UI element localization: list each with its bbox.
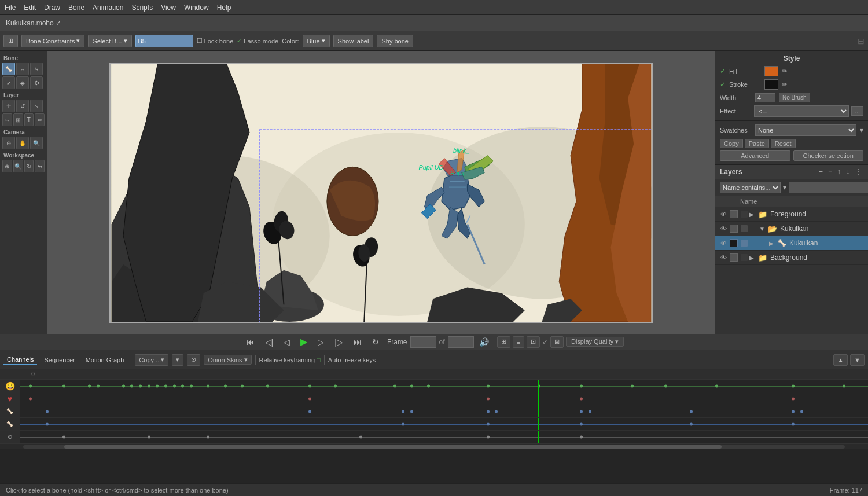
keyframe-dot[interactable] xyxy=(359,435,362,438)
layer-expand-foreground[interactable]: ▶ xyxy=(749,211,756,218)
layer-lock-kukulkan[interactable] xyxy=(730,225,738,233)
track-content-4[interactable] xyxy=(20,418,868,430)
layer-expand-kukulkan[interactable]: ▼ xyxy=(759,226,766,232)
layers-move-up-button[interactable]: ↑ xyxy=(836,167,843,177)
keyframe-dot[interactable] xyxy=(580,410,583,413)
keyframe-dot[interactable] xyxy=(792,410,795,413)
workspace-tool1[interactable]: ⊕ xyxy=(2,160,12,172)
keyframe-dot[interactable] xyxy=(800,410,803,413)
keyframe-dot[interactable] xyxy=(139,384,142,387)
show-label-button[interactable]: Show label xyxy=(333,35,374,47)
layer-eye-kukulkan-bone[interactable]: 👁 xyxy=(719,238,728,248)
keyframe-dot[interactable] xyxy=(664,384,667,387)
timeline-record-button[interactable]: ⊙ xyxy=(187,354,200,366)
timeline-tracks[interactable]: 😀 ♥ 🦴 xyxy=(0,380,868,483)
keyframe-dot[interactable] xyxy=(29,397,32,400)
layer-item-background[interactable]: 👁 ▶ 📁 Background xyxy=(715,251,868,265)
layer-lock-background[interactable] xyxy=(730,253,738,262)
layer-eye-foreground[interactable]: 👁 xyxy=(719,210,728,219)
auto-freeze-check[interactable]: Auto-freeze keys xyxy=(328,357,376,363)
swatches-dropdown-icon[interactable]: ▾ xyxy=(860,126,863,134)
keyframe-dot[interactable] xyxy=(792,384,795,387)
crop-tool[interactable]: ⊞ xyxy=(13,113,23,126)
effect-select[interactable]: <... xyxy=(754,105,849,117)
filter-dropdown-icon[interactable]: ▾ xyxy=(783,183,786,192)
keyframe-dot[interactable] xyxy=(173,384,176,387)
keyframe-dot[interactable] xyxy=(487,397,490,400)
layers-filter-select[interactable]: Name contains... xyxy=(720,182,781,193)
keyframe-dot[interactable] xyxy=(487,422,490,425)
go-end-button[interactable]: ⏭ xyxy=(351,336,364,348)
layers-move-down-button[interactable]: ↓ xyxy=(844,167,851,177)
scale-layer-tool[interactable]: ⤡ xyxy=(30,100,43,112)
menu-edit[interactable]: Edit xyxy=(24,3,36,12)
menu-file[interactable]: File xyxy=(5,3,16,12)
keyframe-dot[interactable] xyxy=(580,397,583,400)
timeline-collapse-button[interactable]: ▲ xyxy=(833,354,848,366)
text-tool[interactable]: T xyxy=(24,113,34,126)
scale-bone-tool[interactable]: ⤢ xyxy=(2,76,15,89)
keyframe-dot[interactable] xyxy=(792,397,795,400)
keyframe-dot[interactable] xyxy=(393,384,396,387)
play-button[interactable]: ▶ xyxy=(298,335,310,348)
keyframe-dot[interactable] xyxy=(46,422,49,425)
zoom-camera-tool[interactable]: 🔍 xyxy=(30,137,43,149)
track-content-3[interactable] xyxy=(20,405,868,417)
keyframe-dot[interactable] xyxy=(487,435,490,438)
relative-keyframing-check[interactable]: Relative keyframing □ xyxy=(259,357,321,363)
layer-lock-foreground[interactable] xyxy=(730,210,738,218)
track-content-1[interactable] xyxy=(20,380,868,392)
stroke-checkbox[interactable]: ✓ xyxy=(720,80,726,89)
next-keyframe-button[interactable]: |▷ xyxy=(332,336,345,348)
layers-filter-input[interactable] xyxy=(789,182,868,193)
keyframe-dot[interactable] xyxy=(495,410,498,413)
stroke-color-swatch[interactable] xyxy=(764,79,778,90)
stroke-edit-icon[interactable]: ✏ xyxy=(782,80,788,89)
loop-button[interactable]: ↻ xyxy=(370,336,381,348)
audio-button[interactable]: 🔊 xyxy=(477,336,491,348)
keyframe-dot[interactable] xyxy=(266,384,269,387)
layer-lock-kukulkan-bone[interactable] xyxy=(730,239,738,247)
layer-expand-background[interactable]: ▶ xyxy=(749,255,756,261)
mode-icon[interactable]: ⊞ xyxy=(3,35,18,47)
keyframe-dot[interactable] xyxy=(410,384,413,387)
view-option-4[interactable]: ⊠ xyxy=(550,336,564,348)
rotate-layer-tool[interactable]: ↺ xyxy=(16,100,29,112)
bone-strength-tool[interactable]: ◈ xyxy=(16,76,29,89)
layer-eye-background[interactable]: 👁 xyxy=(719,253,728,262)
pan-camera-tool[interactable]: ✋ xyxy=(16,137,29,149)
view-option-2[interactable]: ≡ xyxy=(513,336,524,348)
canvas-area[interactable]: blink_ Pupil UD Pupil xyxy=(47,51,715,334)
layers-options-button[interactable]: ⋮ xyxy=(853,167,863,177)
lasso-mode-check[interactable]: ✓ Lasso mode xyxy=(237,37,278,45)
menu-bone[interactable]: Bone xyxy=(68,3,84,12)
width-input[interactable] xyxy=(755,93,775,102)
fill-edit-icon[interactable]: ✏ xyxy=(782,67,788,75)
keyframe-dot[interactable] xyxy=(88,384,91,387)
no-brush-button[interactable]: No Brush xyxy=(779,93,810,102)
layers-add-button[interactable]: + xyxy=(817,167,825,177)
timeline-expand-button[interactable]: ▼ xyxy=(850,354,865,366)
keyframe-dot[interactable] xyxy=(62,435,65,438)
keyframe-dot[interactable] xyxy=(402,410,404,413)
paste-button[interactable]: Paste xyxy=(745,139,769,148)
keyframe-dot[interactable] xyxy=(308,397,311,400)
manipulate-bone-tool[interactable]: ↔ xyxy=(16,63,29,75)
fill-checkbox[interactable]: ✓ xyxy=(720,67,726,75)
menu-view[interactable]: View xyxy=(161,3,176,12)
current-frame-input[interactable]: 117 xyxy=(410,336,436,348)
keyframe-dot[interactable] xyxy=(843,384,845,387)
shy-bone-button[interactable]: Shy bone xyxy=(377,35,413,47)
menu-animation[interactable]: Animation xyxy=(93,3,123,12)
copy-keyframe-button[interactable]: Copy ... ▾ xyxy=(135,354,168,366)
workspace-tool2[interactable]: 🔍 xyxy=(13,160,23,172)
swatches-select[interactable]: None xyxy=(755,124,856,136)
keyframe-dot[interactable] xyxy=(334,384,337,387)
step-back-button[interactable]: ◁ xyxy=(281,336,292,348)
orbit-camera-tool[interactable]: ⊛ xyxy=(2,137,15,149)
keyframe-dot[interactable] xyxy=(402,422,404,425)
layer-eye-kukulkan[interactable]: 👁 xyxy=(719,224,728,233)
display-quality-button[interactable]: Display Quality ▾ xyxy=(566,337,624,347)
prev-keyframe-button[interactable]: ◁| xyxy=(263,336,276,348)
keyframe-dot[interactable] xyxy=(190,384,193,387)
